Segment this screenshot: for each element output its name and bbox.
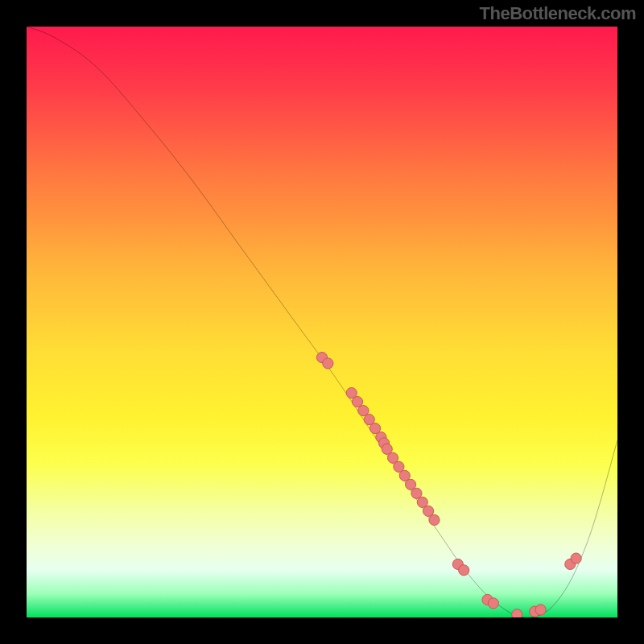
chart-frame: TheBottleneck.com — [0, 0, 644, 644]
chart-svg — [27, 27, 617, 617]
data-point — [323, 358, 333, 369]
data-point — [512, 609, 522, 617]
plot-area — [27, 27, 617, 617]
data-point — [535, 605, 546, 615]
data-point — [429, 514, 440, 525]
data-point — [488, 598, 498, 609]
data-point — [571, 553, 581, 564]
attribution-text: TheBottleneck.com — [480, 3, 636, 24]
scatter-points — [316, 352, 581, 617]
data-point — [459, 565, 469, 576]
bottleneck-curve — [27, 27, 617, 617]
